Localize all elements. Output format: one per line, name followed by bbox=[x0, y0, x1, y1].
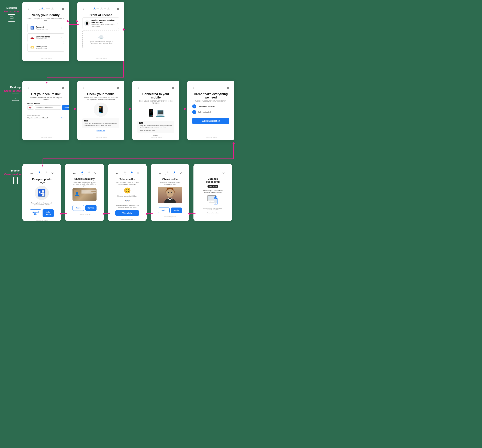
confirm-button[interactable]: Confirm bbox=[85, 205, 96, 211]
back-button[interactable]: ← bbox=[192, 86, 196, 90]
onfido-footer: Powered by onfido bbox=[27, 220, 56, 221]
card-header: ← passport face ✕ bbox=[30, 171, 54, 176]
drivers-license-option[interactable]: 🚗 Driver's License Front and back › bbox=[27, 33, 64, 42]
upload-area[interactable]: ☁️ Upload front of license from your com… bbox=[82, 31, 119, 48]
connected-title: Connected to your mobile bbox=[137, 92, 174, 99]
svg-point-18 bbox=[214, 196, 217, 199]
close-button[interactable]: ✕ bbox=[51, 172, 54, 175]
country-select[interactable]: 🇬🇧 ▾ bbox=[27, 105, 34, 110]
close-button[interactable]: ✕ bbox=[227, 86, 229, 90]
uploads-note: Your computer may take a few seconds to … bbox=[201, 208, 225, 211]
onfido-footer: Powered by onfido bbox=[156, 216, 185, 219]
drivers-license-desc: Front and back bbox=[36, 38, 50, 40]
take-photo-button[interactable]: Take photo bbox=[43, 209, 54, 217]
back-button[interactable]: ← bbox=[158, 171, 162, 176]
confirm-button[interactable]: Confirm bbox=[171, 207, 182, 213]
onfido-footer: Powered by onfido bbox=[187, 136, 234, 138]
verify-title: Verify your identity bbox=[27, 13, 64, 17]
back-button[interactable]: ← bbox=[30, 171, 33, 176]
phone-illustration: 📱 bbox=[94, 102, 108, 117]
svg-rect-0 bbox=[10, 17, 13, 19]
card-header: ← ✕ bbox=[192, 86, 229, 90]
back-button[interactable]: ← bbox=[27, 86, 31, 90]
close-button[interactable]: ✕ bbox=[137, 172, 139, 175]
take-photo-button[interactable]: Take photo bbox=[115, 210, 139, 216]
close-button[interactable]: ✕ bbox=[222, 171, 225, 175]
connected-card: ← ✕ Connected to your mobile Once you've… bbox=[132, 81, 179, 140]
identity-card-chevron: › bbox=[62, 46, 62, 49]
mobile-label: Mobile number bbox=[27, 102, 64, 105]
tip-1: • Keep this window open while using your… bbox=[84, 122, 118, 124]
onfido-footer: Powered by onfido bbox=[132, 136, 179, 138]
take-selfie-subtitle: We'll compare the photo in your passport… bbox=[115, 181, 139, 185]
connector-dot-1 bbox=[67, 20, 69, 22]
submit-verification-button[interactable]: Submit verification bbox=[192, 118, 229, 124]
passport-photo-desc: Take a photo of the page with your heads… bbox=[30, 202, 54, 206]
back-button[interactable]: ← bbox=[115, 171, 119, 176]
check-docs-label: Documents uploaded bbox=[198, 105, 215, 107]
check-documents: ✓ Documents uploaded bbox=[192, 104, 229, 109]
back-button[interactable]: ← bbox=[82, 7, 86, 11]
check-mobile-subtitle: We've sent a secure link to 0789 345 450… bbox=[82, 96, 119, 101]
redo-button[interactable]: Redo bbox=[72, 205, 84, 211]
connector-dot-2 bbox=[76, 20, 78, 22]
passport-name: Passport bbox=[36, 26, 48, 28]
check-mobile-title: Check your mobile bbox=[82, 92, 119, 96]
connector-dot-3 bbox=[123, 29, 125, 31]
take-selfie-card: ← passport face ✕ Take a selfie We'll co… bbox=[108, 164, 147, 221]
phone-input[interactable] bbox=[35, 105, 61, 110]
back-button[interactable]: ← bbox=[82, 86, 86, 90]
close-button[interactable]: ✕ bbox=[62, 86, 64, 90]
upload-text: Upload front of license from your comput… bbox=[86, 41, 116, 44]
tips-tag: Tips bbox=[139, 122, 143, 124]
redo-button[interactable]: Redo bbox=[158, 207, 170, 213]
svg-point-9 bbox=[171, 192, 172, 193]
selfie-tip1: Please, keep a straight face bbox=[115, 195, 139, 197]
card-header: ✕ bbox=[201, 171, 225, 175]
check-selfie-label: Selfie uploaded bbox=[198, 111, 210, 113]
label-desktop-normal: Desktop Normal flow bbox=[4, 6, 19, 22]
mobile-banner[interactable]: 📱 Need to use your mobile to take photos… bbox=[82, 17, 119, 29]
send-link-button[interactable]: Send link bbox=[62, 105, 69, 110]
close-button[interactable]: ✕ bbox=[179, 172, 182, 175]
passport-illustration: 🛂 bbox=[35, 186, 49, 200]
svg-point-17 bbox=[216, 203, 216, 204]
close-button[interactable]: ✕ bbox=[94, 172, 96, 175]
step-face bbox=[131, 172, 133, 173]
close-button[interactable]: ✕ bbox=[172, 86, 174, 90]
copy-link-section: Copy link instead: https://m.onfido.com/… bbox=[27, 112, 64, 119]
great-title: Great, that's everything we need bbox=[192, 92, 229, 99]
check-selfie-card: ← passport face ✕ Check selfie Make sure… bbox=[151, 164, 189, 221]
card-header: ← ✕ bbox=[27, 86, 64, 90]
copy-button[interactable]: Copy bbox=[60, 117, 64, 119]
back-button[interactable]: ← bbox=[137, 86, 141, 90]
step-dot-face bbox=[108, 8, 109, 9]
card-header: ← passport face ✕ bbox=[72, 171, 96, 176]
connector-dot-4 bbox=[74, 108, 76, 110]
back-button[interactable]: ← bbox=[27, 7, 31, 11]
connector-dot-10 bbox=[146, 212, 148, 215]
passport-option[interactable]: 🛂 Passport Face photo page › bbox=[27, 24, 64, 32]
passport-icon: 🛂 bbox=[30, 25, 34, 30]
check-selfie-title: Check selfie bbox=[158, 178, 182, 181]
uploads-desc: Return to your computer to complete your… bbox=[201, 190, 225, 193]
connector-dot-11 bbox=[188, 212, 190, 215]
back-button[interactable]: ← bbox=[72, 171, 76, 176]
great-card: ← ✕ Great, that's everything we need We'… bbox=[187, 81, 234, 140]
close-button[interactable]: ✕ bbox=[117, 86, 119, 90]
card-header: ← document face ✕ bbox=[27, 7, 64, 11]
step-face bbox=[88, 172, 90, 173]
card-header: ← passport face ✕ bbox=[158, 171, 182, 176]
secure-link-title: Get your secure link bbox=[27, 92, 64, 96]
selfie-icon: 😊 bbox=[115, 187, 139, 194]
connection-lines bbox=[0, 0, 482, 448]
upload-file-button[interactable]: Upload file bbox=[30, 209, 41, 217]
resend-link[interactable]: Resend link bbox=[82, 130, 119, 131]
cancel-link[interactable]: Cancel bbox=[137, 134, 174, 136]
drivers-license-chevron: › bbox=[62, 37, 62, 39]
identity-card-option[interactable]: 💳 Identity Card Front and back › bbox=[27, 43, 64, 52]
close-button[interactable]: ✕ bbox=[117, 7, 119, 11]
close-button[interactable]: ✕ bbox=[62, 7, 64, 11]
tips-box: Tips • Keep this window open while using… bbox=[82, 118, 119, 128]
readability-subtitle: Make sure your license details are clear… bbox=[72, 181, 96, 187]
